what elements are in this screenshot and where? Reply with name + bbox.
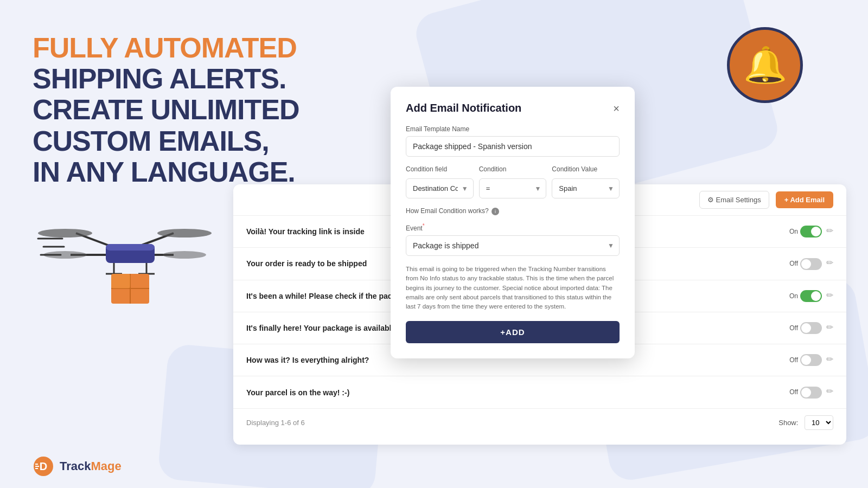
email-settings-button[interactable]: ⚙ Email Settings	[699, 191, 769, 209]
condition-value-wrap: Spain ▼	[552, 178, 620, 198]
condition-row: Destination Co ▼ = ▼ Spain ▼	[406, 178, 620, 198]
template-name-label: Email Template Name	[406, 125, 620, 133]
trackmage-logo: D TrackMage	[33, 455, 122, 477]
status-text: On	[789, 292, 798, 300]
toggle-off[interactable]	[800, 354, 822, 366]
email-row-status: Off✏	[662, 344, 846, 376]
email-row-status: Off✏	[662, 312, 846, 344]
svg-rect-20	[111, 274, 130, 288]
logo-text: TrackMage	[60, 459, 122, 473]
email-row-status: On✏	[662, 280, 846, 312]
svg-point-7	[163, 251, 206, 259]
toggle-on[interactable]	[800, 290, 822, 302]
edit-icon[interactable]: ✏	[826, 387, 833, 396]
toggle-off[interactable]	[800, 258, 822, 270]
add-button[interactable]: +ADD	[406, 321, 620, 343]
hero-line1: FULLY AUTOMATED SHIPPING ALERTS.	[33, 33, 401, 94]
hero-line2: CREATE UNLIMITED CUSTOM EMAILS,	[33, 94, 401, 156]
drone-svg	[33, 184, 233, 304]
table-row: Your parcel is on the way! :-)Off✏	[233, 376, 846, 408]
event-group: Event* Package is shipped ▼	[406, 223, 620, 256]
add-email-modal: Add Email Notification × Email Template …	[391, 87, 635, 358]
status-text: Off	[789, 324, 798, 332]
condition-field-label: Condition field	[406, 165, 474, 173]
condition-operator-wrap: = ▼	[479, 178, 547, 198]
drone-illustration	[33, 184, 233, 309]
edit-icon[interactable]: ✏	[826, 291, 833, 300]
template-name-group: Email Template Name	[406, 125, 620, 157]
hero-line3: IN ANY LANGUAGE.	[33, 157, 401, 188]
status-text: Off	[789, 260, 798, 267]
show-label: Show:	[778, 419, 798, 427]
status-text: Off	[789, 356, 798, 364]
event-select-wrap: Package is shipped ▼	[406, 235, 620, 256]
event-description: This email is going to be triggered when…	[406, 265, 620, 311]
edit-icon[interactable]: ✏	[826, 323, 833, 332]
displaying-count: Displaying 1-6 of 6	[246, 419, 305, 427]
event-label: Event*	[406, 223, 620, 232]
hero-word-fully: FULLY AUTOMATED	[33, 32, 297, 63]
modal-header: Add Email Notification ×	[406, 102, 620, 114]
template-name-input[interactable]	[406, 136, 620, 157]
toggle-on[interactable]	[800, 226, 822, 237]
condition-field-select[interactable]: Destination Co	[406, 178, 474, 198]
modal-close-button[interactable]: ×	[613, 103, 620, 114]
event-select[interactable]: Package is shipped	[406, 235, 620, 256]
hero-section: FULLY AUTOMATED SHIPPING ALERTS. CREATE …	[33, 33, 401, 188]
condition-value-select[interactable]: Spain	[552, 178, 620, 198]
how-condition-link[interactable]: How Email Condition works? i	[406, 207, 620, 215]
toggle-off[interactable]	[800, 322, 822, 334]
condition-label: Condition	[479, 165, 547, 173]
condition-value-label: Condition Value	[552, 165, 620, 173]
edit-icon[interactable]: ✏	[826, 258, 833, 267]
svg-rect-9	[106, 244, 155, 251]
email-row-status: Off✏	[662, 376, 846, 408]
svg-point-4	[38, 229, 92, 237]
email-row-label: Your parcel is on the way! :-)	[233, 376, 662, 408]
toggle-off[interactable]	[800, 387, 822, 399]
show-control: Show: 10 25 50	[778, 415, 833, 430]
info-icon: i	[492, 208, 499, 215]
bell-icon-circle: 🔔	[727, 27, 803, 103]
condition-field-select-wrap: Destination Co ▼	[406, 178, 474, 198]
table-footer: Displaying 1-6 of 6 Show: 10 25 50	[233, 408, 846, 436]
modal-title: Add Email Notification	[406, 102, 521, 114]
show-select[interactable]: 10 25 50	[805, 415, 833, 430]
status-text: Off	[789, 388, 798, 396]
edit-icon[interactable]: ✏	[826, 355, 833, 364]
status-text: On	[789, 228, 798, 235]
svg-point-5	[157, 229, 212, 237]
condition-labels-row: Condition field Condition Condition Valu…	[406, 165, 620, 176]
edit-icon[interactable]: ✏	[826, 226, 833, 235]
add-email-button[interactable]: + Add Email	[776, 191, 833, 208]
condition-operator-select[interactable]: =	[479, 178, 547, 198]
svg-text:D: D	[40, 460, 47, 472]
email-row-status: On✏	[662, 216, 846, 248]
logo-svg-icon: D	[33, 455, 54, 477]
bell-icon: 🔔	[743, 44, 787, 86]
email-row-status: Off✏	[662, 248, 846, 280]
hero-word-shipping: SHIPPING ALERTS.	[33, 63, 286, 94]
